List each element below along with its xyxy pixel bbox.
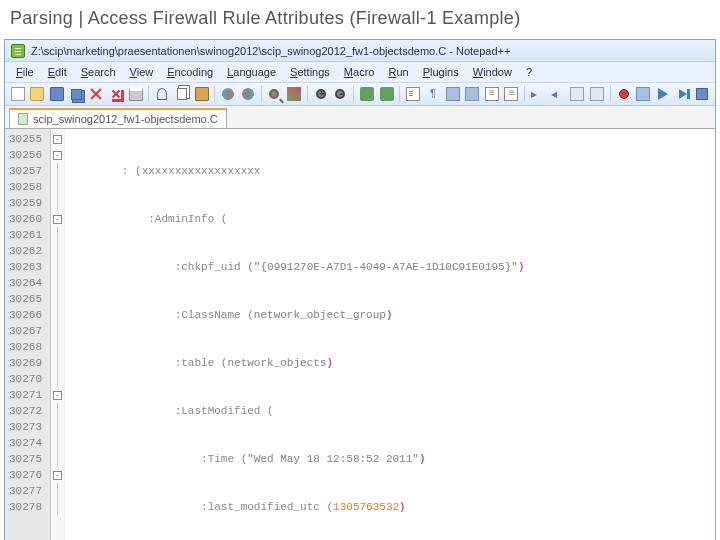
fold-line-icon [57, 355, 58, 371]
line-number: 30258 [9, 179, 42, 195]
func-list-button[interactable] [503, 85, 521, 103]
close-button[interactable] [88, 85, 106, 103]
block-comment-button[interactable] [588, 85, 606, 103]
indent-button[interactable] [529, 85, 547, 103]
zoom-out-button[interactable] [332, 85, 350, 103]
print-button[interactable] [127, 85, 145, 103]
outdent-button[interactable] [549, 85, 567, 103]
paste-button[interactable] [193, 85, 211, 103]
sync-horizontal-icon [380, 87, 394, 101]
fold-toggle-icon[interactable]: - [53, 391, 62, 400]
indent-guide-icon [446, 87, 460, 101]
play-icon [658, 88, 668, 100]
record-icon [619, 89, 629, 99]
zoom-in-button[interactable] [312, 85, 330, 103]
titlebar: Z:\scip\marketing\praesentationen\swinog… [5, 40, 715, 62]
fold-line-icon [57, 451, 58, 467]
save-macro-button[interactable] [693, 85, 711, 103]
line-number: 30261 [9, 227, 42, 243]
comment-icon [570, 87, 584, 101]
code-line: :AdminInfo ( [69, 211, 525, 227]
fold-toggle-icon[interactable]: - [53, 151, 62, 160]
fold-line-icon [57, 419, 58, 435]
save-button[interactable] [48, 85, 66, 103]
fold-line-icon [57, 323, 58, 339]
menu-file[interactable]: File [9, 64, 41, 80]
menu-encoding[interactable]: Encoding [160, 64, 220, 80]
new-button[interactable] [9, 85, 27, 103]
play-macro-button[interactable] [654, 85, 672, 103]
sync-vertical-icon [360, 87, 374, 101]
code-content[interactable]: : (xxxxxxxxxxxxxxxxxx :AdminInfo ( :chkp… [65, 129, 529, 540]
user-lang-button[interactable] [463, 85, 481, 103]
toolbar-separator [353, 86, 354, 102]
doc-map-icon [485, 87, 499, 101]
toolbar-separator [148, 86, 149, 102]
code-line: : (xxxxxxxxxxxxxxxxxx [69, 163, 525, 179]
indent-guide-button[interactable] [444, 85, 462, 103]
redo-button[interactable] [239, 85, 257, 103]
line-number: 30270 [9, 371, 42, 387]
menu-help[interactable]: ? [519, 64, 539, 80]
open-folder-icon [30, 87, 44, 101]
replace-button[interactable] [285, 85, 303, 103]
fold-column[interactable]: ----- [51, 129, 65, 540]
menubar: File Edit Search View Encoding Language … [5, 62, 715, 83]
tab-bar: scip_swinog2012_fw1-objectsdemo.C [5, 106, 715, 129]
record-macro-button[interactable] [615, 85, 633, 103]
fold-line-icon [57, 195, 58, 211]
menu-window[interactable]: Window [466, 64, 519, 80]
menu-macro[interactable]: Macro [337, 64, 382, 80]
menu-plugins[interactable]: Plugins [416, 64, 466, 80]
fold-line-icon [57, 179, 58, 195]
file-tab[interactable]: scip_swinog2012_fw1-objectsdemo.C [9, 108, 227, 128]
sync-vert-button[interactable] [358, 85, 376, 103]
close-all-button[interactable] [107, 85, 125, 103]
play-multi-macro-button[interactable] [674, 85, 692, 103]
line-number: 30266 [9, 307, 42, 323]
cut-button[interactable] [153, 85, 171, 103]
save-icon [50, 87, 64, 101]
fold-line-icon [57, 259, 58, 275]
menu-search[interactable]: Search [74, 64, 123, 80]
open-button[interactable] [29, 85, 47, 103]
line-number: 30274 [9, 435, 42, 451]
word-wrap-button[interactable] [404, 85, 422, 103]
sync-horiz-button[interactable] [378, 85, 396, 103]
save-all-icon [71, 89, 82, 100]
stop-macro-button[interactable] [634, 85, 652, 103]
fold-line-icon [57, 243, 58, 259]
menu-view[interactable]: View [123, 64, 161, 80]
func-list-icon [504, 87, 518, 101]
app-icon [11, 44, 25, 58]
line-number: 30278 [9, 499, 42, 515]
code-line: :Time ("Wed May 18 12:58:52 2011") [69, 451, 525, 467]
line-number: 30264 [9, 275, 42, 291]
undo-button[interactable] [219, 85, 237, 103]
menu-edit[interactable]: Edit [41, 64, 74, 80]
show-all-chars-button[interactable]: ¶ [424, 85, 442, 103]
fold-line-icon [57, 483, 58, 499]
menu-settings[interactable]: Settings [283, 64, 337, 80]
fold-line-icon [57, 307, 58, 323]
line-number: 30267 [9, 323, 42, 339]
fold-toggle-icon[interactable]: - [53, 215, 62, 224]
user-lang-icon [465, 87, 479, 101]
editor-area: 3025530256302573025830259302603026130262… [5, 129, 715, 540]
copy-button[interactable] [173, 85, 191, 103]
toolbar-separator [214, 86, 215, 102]
menu-run[interactable]: Run [381, 64, 415, 80]
stop-icon [636, 87, 650, 101]
line-number: 30276 [9, 467, 42, 483]
menu-language[interactable]: Language [220, 64, 283, 80]
toolbar-separator [261, 86, 262, 102]
fold-line-icon [57, 275, 58, 291]
word-wrap-icon [406, 87, 420, 101]
find-button[interactable] [266, 85, 284, 103]
save-all-button[interactable] [68, 85, 86, 103]
cut-icon [157, 88, 167, 100]
fold-toggle-icon[interactable]: - [53, 135, 62, 144]
fold-toggle-icon[interactable]: - [53, 471, 62, 480]
doc-map-button[interactable] [483, 85, 501, 103]
toggle-comment-button[interactable] [569, 85, 587, 103]
